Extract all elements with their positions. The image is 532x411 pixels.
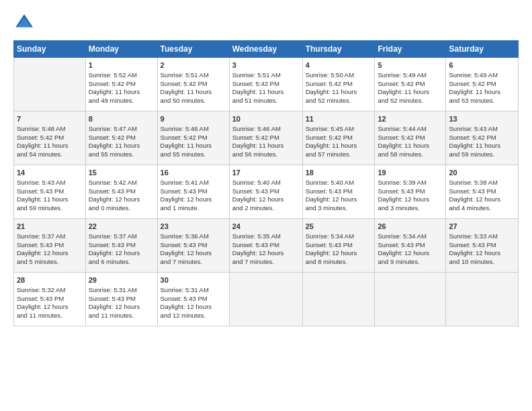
day-number: 12 [378, 114, 443, 124]
day-number: 30 [161, 275, 226, 285]
day-number: 9 [161, 114, 226, 124]
calendar-cell [14, 58, 86, 111]
calendar-cell: 17Sunrise: 5:40 AM Sunset: 5:43 PM Dayli… [229, 165, 302, 219]
day-info: Sunrise: 5:52 AM Sunset: 5:42 PM Dayligh… [89, 71, 154, 105]
day-number: 22 [89, 222, 154, 232]
day-number: 26 [378, 222, 443, 232]
day-info: Sunrise: 5:50 AM Sunset: 5:42 PM Dayligh… [306, 71, 372, 105]
day-header-thursday: Thursday [302, 41, 375, 58]
day-number: 19 [378, 168, 443, 178]
day-info: Sunrise: 5:49 AM Sunset: 5:42 PM Dayligh… [449, 71, 515, 105]
day-number: 11 [306, 114, 372, 124]
calendar-table: SundayMondayTuesdayWednesdayThursdayFrid… [13, 40, 519, 326]
day-info: Sunrise: 5:36 AM Sunset: 5:43 PM Dayligh… [161, 232, 226, 267]
day-number: 13 [449, 114, 515, 124]
calendar-cell [375, 273, 446, 326]
calendar-cell: 28Sunrise: 5:32 AM Sunset: 5:43 PM Dayli… [14, 273, 86, 326]
day-info: Sunrise: 5:37 AM Sunset: 5:43 PM Dayligh… [17, 232, 83, 267]
header-row: SundayMondayTuesdayWednesdayThursdayFrid… [14, 41, 519, 58]
day-info: Sunrise: 5:31 AM Sunset: 5:43 PM Dayligh… [89, 286, 154, 320]
day-number: 7 [17, 114, 83, 124]
calendar-cell: 18Sunrise: 5:40 AM Sunset: 5:43 PM Dayli… [302, 165, 375, 219]
calendar-cell: 27Sunrise: 5:33 AM Sunset: 5:43 PM Dayli… [446, 219, 519, 273]
calendar-cell: 23Sunrise: 5:36 AM Sunset: 5:43 PM Dayli… [157, 219, 229, 273]
day-info: Sunrise: 5:31 AM Sunset: 5:43 PM Dayligh… [161, 286, 226, 320]
day-header-sunday: Sunday [14, 41, 86, 58]
calendar-cell: 26Sunrise: 5:34 AM Sunset: 5:43 PM Dayli… [375, 219, 446, 273]
day-number: 20 [449, 168, 515, 178]
calendar-cell: 16Sunrise: 5:41 AM Sunset: 5:43 PM Dayli… [157, 165, 229, 219]
day-number: 15 [89, 168, 154, 178]
day-number: 4 [306, 60, 372, 71]
day-info: Sunrise: 5:46 AM Sunset: 5:42 PM Dayligh… [232, 125, 300, 159]
day-info: Sunrise: 5:33 AM Sunset: 5:43 PM Dayligh… [449, 232, 515, 267]
calendar-cell: 8Sunrise: 5:47 AM Sunset: 5:42 PM Daylig… [85, 111, 157, 165]
day-info: Sunrise: 5:39 AM Sunset: 5:43 PM Dayligh… [378, 179, 443, 213]
day-number: 5 [378, 60, 443, 71]
day-info: Sunrise: 5:40 AM Sunset: 5:43 PM Dayligh… [232, 179, 300, 213]
calendar-cell: 11Sunrise: 5:45 AM Sunset: 5:42 PM Dayli… [302, 111, 375, 165]
day-number: 25 [306, 222, 372, 232]
day-header-wednesday: Wednesday [229, 41, 302, 58]
calendar-cell: 29Sunrise: 5:31 AM Sunset: 5:43 PM Dayli… [85, 273, 157, 326]
calendar-cell: 3Sunrise: 5:51 AM Sunset: 5:42 PM Daylig… [229, 58, 302, 111]
week-row-5: 28Sunrise: 5:32 AM Sunset: 5:43 PM Dayli… [14, 273, 519, 326]
day-number: 23 [161, 222, 226, 232]
day-number: 3 [232, 60, 300, 71]
header [13, 12, 519, 34]
day-info: Sunrise: 5:38 AM Sunset: 5:43 PM Dayligh… [449, 179, 515, 213]
calendar-cell: 19Sunrise: 5:39 AM Sunset: 5:43 PM Dayli… [375, 165, 446, 219]
day-info: Sunrise: 5:51 AM Sunset: 5:42 PM Dayligh… [161, 71, 226, 105]
calendar-cell: 25Sunrise: 5:34 AM Sunset: 5:43 PM Dayli… [302, 219, 375, 273]
calendar-cell: 30Sunrise: 5:31 AM Sunset: 5:43 PM Dayli… [157, 273, 229, 326]
calendar-cell: 21Sunrise: 5:37 AM Sunset: 5:43 PM Dayli… [14, 219, 86, 273]
day-info: Sunrise: 5:45 AM Sunset: 5:42 PM Dayligh… [306, 125, 372, 159]
day-number: 21 [17, 222, 83, 232]
day-number: 2 [161, 60, 226, 71]
day-number: 17 [232, 168, 300, 178]
day-info: Sunrise: 5:41 AM Sunset: 5:43 PM Dayligh… [161, 179, 226, 213]
week-row-2: 7Sunrise: 5:48 AM Sunset: 5:42 PM Daylig… [14, 111, 519, 165]
day-number: 27 [449, 222, 515, 232]
day-number: 14 [17, 168, 83, 178]
calendar-cell: 1Sunrise: 5:52 AM Sunset: 5:42 PM Daylig… [85, 58, 157, 111]
day-number: 28 [17, 275, 83, 285]
page: SundayMondayTuesdayWednesdayThursdayFrid… [0, 0, 532, 411]
calendar-cell [302, 273, 375, 326]
day-info: Sunrise: 5:34 AM Sunset: 5:43 PM Dayligh… [306, 232, 372, 267]
day-number: 24 [232, 222, 300, 232]
day-header-saturday: Saturday [446, 41, 519, 58]
day-info: Sunrise: 5:32 AM Sunset: 5:43 PM Dayligh… [17, 286, 83, 320]
week-row-4: 21Sunrise: 5:37 AM Sunset: 5:43 PM Dayli… [14, 219, 519, 273]
calendar-cell: 15Sunrise: 5:42 AM Sunset: 5:43 PM Dayli… [85, 165, 157, 219]
day-number: 29 [89, 275, 154, 285]
day-number: 10 [232, 114, 300, 124]
day-header-tuesday: Tuesday [157, 41, 229, 58]
day-number: 18 [306, 168, 372, 178]
calendar-cell: 12Sunrise: 5:44 AM Sunset: 5:42 PM Dayli… [375, 111, 446, 165]
day-info: Sunrise: 5:37 AM Sunset: 5:43 PM Dayligh… [89, 232, 154, 267]
day-number: 8 [89, 114, 154, 124]
calendar-cell: 20Sunrise: 5:38 AM Sunset: 5:43 PM Dayli… [446, 165, 519, 219]
day-info: Sunrise: 5:34 AM Sunset: 5:43 PM Dayligh… [378, 232, 443, 267]
logo-icon [13, 12, 35, 34]
day-info: Sunrise: 5:42 AM Sunset: 5:43 PM Dayligh… [89, 179, 154, 213]
calendar-cell [446, 273, 519, 326]
calendar-cell: 7Sunrise: 5:48 AM Sunset: 5:42 PM Daylig… [14, 111, 86, 165]
logo [13, 12, 38, 34]
day-info: Sunrise: 5:48 AM Sunset: 5:42 PM Dayligh… [17, 125, 83, 159]
calendar-cell: 14Sunrise: 5:43 AM Sunset: 5:43 PM Dayli… [14, 165, 86, 219]
calendar-cell: 24Sunrise: 5:35 AM Sunset: 5:43 PM Dayli… [229, 219, 302, 273]
calendar-cell [229, 273, 302, 326]
day-info: Sunrise: 5:44 AM Sunset: 5:42 PM Dayligh… [378, 125, 443, 159]
day-number: 1 [89, 60, 154, 71]
calendar-cell: 6Sunrise: 5:49 AM Sunset: 5:42 PM Daylig… [446, 58, 519, 111]
day-info: Sunrise: 5:43 AM Sunset: 5:42 PM Dayligh… [449, 125, 515, 159]
calendar-cell: 22Sunrise: 5:37 AM Sunset: 5:43 PM Dayli… [85, 219, 157, 273]
calendar-cell: 9Sunrise: 5:46 AM Sunset: 5:42 PM Daylig… [157, 111, 229, 165]
week-row-1: 1Sunrise: 5:52 AM Sunset: 5:42 PM Daylig… [14, 58, 519, 111]
day-info: Sunrise: 5:35 AM Sunset: 5:43 PM Dayligh… [232, 232, 300, 267]
day-number: 16 [161, 168, 226, 178]
day-info: Sunrise: 5:46 AM Sunset: 5:42 PM Dayligh… [161, 125, 226, 159]
calendar-cell: 10Sunrise: 5:46 AM Sunset: 5:42 PM Dayli… [229, 111, 302, 165]
